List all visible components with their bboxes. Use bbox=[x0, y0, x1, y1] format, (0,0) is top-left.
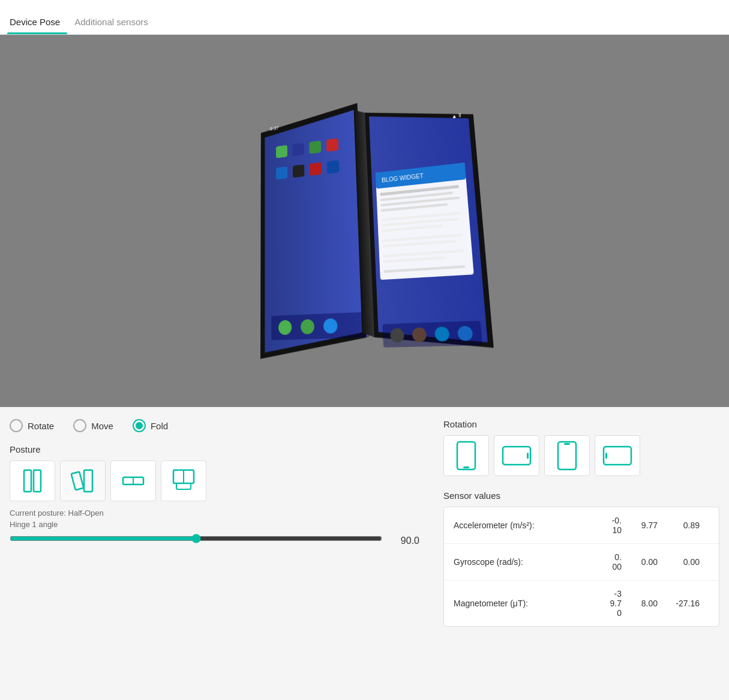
phone-svg: BLOG WIDGET 9:37 ▲ ll bbox=[233, 64, 531, 371]
svg-rect-35 bbox=[34, 470, 41, 492]
rotation-button-group bbox=[443, 435, 719, 476]
mode-radio-group: Rotate Move Fold bbox=[10, 419, 419, 432]
controls-area: Rotate Move Fold Posture bbox=[0, 407, 729, 700]
radio-move-label: Move bbox=[91, 421, 113, 431]
svg-rect-45 bbox=[503, 447, 530, 465]
svg-rect-1 bbox=[292, 142, 304, 155]
rotation-btn-portrait-reverse[interactable] bbox=[544, 435, 590, 476]
rotation-landscape-icon bbox=[501, 445, 532, 466]
posture-half-open-icon bbox=[71, 468, 95, 494]
rotation-label: Rotation bbox=[443, 419, 719, 429]
svg-rect-42 bbox=[176, 483, 191, 489]
posture-button-group bbox=[10, 460, 419, 501]
accelerometer-label: Accelerometer (m/s²): bbox=[454, 520, 586, 530]
table-row: Accelerometer (m/s²): -0.10 9.77 0.89 bbox=[444, 507, 719, 544]
gyroscope-v3: 0.00 bbox=[658, 557, 700, 567]
accelerometer-v1: -0.10 bbox=[586, 516, 622, 535]
rotation-section: Rotation bbox=[443, 419, 719, 476]
rotation-portrait-icon bbox=[455, 440, 477, 471]
posture-tent-icon bbox=[172, 468, 196, 494]
svg-rect-3 bbox=[326, 138, 338, 152]
hinge-angle-slider[interactable] bbox=[10, 534, 382, 543]
svg-rect-46 bbox=[527, 453, 529, 459]
device-3d-viewer: BLOG WIDGET 9:37 ▲ ll bbox=[0, 35, 729, 407]
accelerometer-v2: 9.77 bbox=[622, 520, 658, 530]
rotation-btn-landscape[interactable] bbox=[494, 435, 539, 476]
accelerometer-v3: 0.89 bbox=[658, 520, 700, 530]
svg-rect-2 bbox=[309, 140, 321, 154]
radio-fold[interactable]: Fold bbox=[133, 419, 168, 432]
table-row: Magnetometer (μT): -39.70 8.00 -27.16 bbox=[444, 581, 719, 626]
radio-fold-circle[interactable] bbox=[133, 419, 146, 432]
radio-rotate-circle[interactable] bbox=[10, 419, 23, 432]
posture-btn-flat[interactable] bbox=[110, 460, 156, 501]
sensor-values-label: Sensor values bbox=[443, 490, 719, 501]
rotation-btn-landscape-reverse[interactable] bbox=[595, 435, 640, 476]
radio-move-circle[interactable] bbox=[73, 419, 86, 432]
svg-rect-43 bbox=[457, 442, 475, 469]
magnetometer-v1: -39.70 bbox=[586, 589, 622, 618]
svg-rect-47 bbox=[558, 442, 576, 469]
svg-rect-5 bbox=[292, 164, 304, 177]
svg-rect-44 bbox=[463, 466, 469, 468]
svg-rect-34 bbox=[24, 470, 31, 492]
hinge-angle-label: Hinge 1 angle bbox=[10, 520, 419, 529]
radio-move[interactable]: Move bbox=[73, 419, 113, 432]
rotation-landscape-reverse-icon bbox=[602, 445, 633, 466]
rotation-portrait-reverse-icon bbox=[556, 440, 578, 471]
sensor-values-section: Sensor values Accelerometer (m/s²): -0.1… bbox=[443, 490, 719, 627]
tab-device-pose[interactable]: Device Pose bbox=[7, 17, 67, 34]
posture-book-icon bbox=[20, 468, 44, 494]
svg-rect-48 bbox=[564, 443, 570, 445]
svg-text:9:37: 9:37 bbox=[269, 125, 278, 131]
gyroscope-v2: 0.00 bbox=[622, 557, 658, 567]
posture-btn-tent[interactable] bbox=[161, 460, 206, 501]
radio-fold-label: Fold bbox=[151, 421, 168, 431]
posture-flat-icon bbox=[121, 468, 145, 494]
svg-rect-36 bbox=[71, 472, 84, 490]
posture-label: Posture bbox=[10, 444, 419, 454]
svg-rect-37 bbox=[84, 470, 92, 492]
hinge-angle-value: 90.0 bbox=[389, 536, 419, 546]
svg-rect-50 bbox=[605, 453, 607, 459]
radio-rotate[interactable]: Rotate bbox=[10, 419, 54, 432]
magnetometer-v3: -27.16 bbox=[658, 599, 700, 608]
current-posture-text: Current posture: Half-Open bbox=[10, 508, 419, 517]
svg-rect-6 bbox=[309, 162, 321, 175]
svg-rect-7 bbox=[326, 160, 339, 173]
radio-rotate-label: Rotate bbox=[28, 421, 54, 431]
controls-left: Rotate Move Fold Posture bbox=[10, 419, 443, 700]
svg-rect-0 bbox=[275, 145, 287, 158]
svg-text:▲ ll: ▲ ll bbox=[451, 112, 461, 119]
posture-btn-half-open[interactable] bbox=[60, 460, 106, 501]
rotation-btn-portrait[interactable] bbox=[443, 435, 489, 476]
phone-3d-model: BLOG WIDGET 9:37 ▲ ll bbox=[233, 64, 531, 373]
tab-bar: Device Pose Additional sensors bbox=[0, 0, 729, 35]
svg-rect-49 bbox=[604, 447, 631, 465]
tab-additional-sensors[interactable]: Additional sensors bbox=[72, 17, 155, 34]
controls-right: Rotation bbox=[443, 419, 719, 700]
magnetometer-v2: 8.00 bbox=[622, 599, 658, 608]
sensor-table: Accelerometer (m/s²): -0.10 9.77 0.89 Gy… bbox=[443, 507, 719, 627]
table-row: Gyroscope (rad/s): 0.00 0.00 0.00 bbox=[444, 544, 719, 581]
gyroscope-v1: 0.00 bbox=[586, 552, 622, 572]
magnetometer-label: Magnetometer (μT): bbox=[454, 599, 586, 608]
svg-rect-4 bbox=[276, 166, 287, 180]
posture-btn-book[interactable] bbox=[10, 460, 55, 501]
gyroscope-label: Gyroscope (rad/s): bbox=[454, 557, 586, 567]
